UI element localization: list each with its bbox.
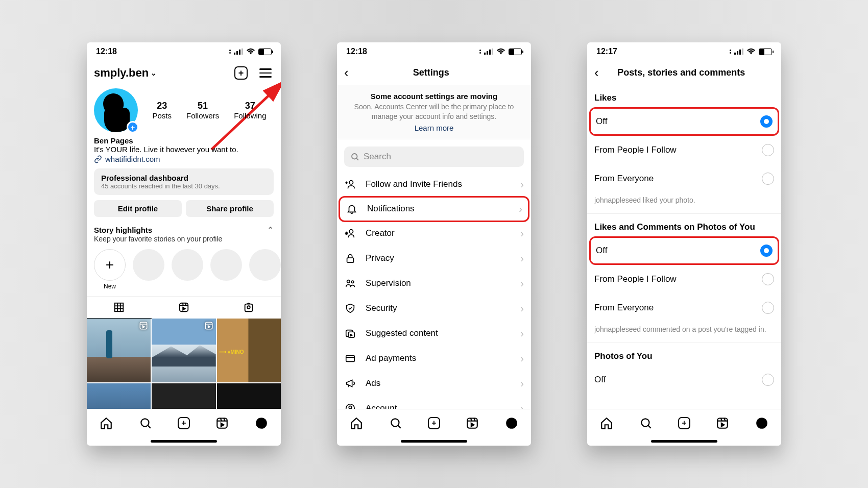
create-button[interactable]: + <box>233 65 249 81</box>
settings-row-account[interactable]: Account› <box>337 396 531 409</box>
username-switcher[interactable]: smply.ben ⌄ <box>94 66 157 80</box>
reels-nav-icon[interactable] <box>215 417 229 430</box>
chevron-right-icon: › <box>520 179 524 190</box>
row-label: Account <box>366 403 397 409</box>
create-icon[interactable]: + <box>178 417 190 429</box>
share-profile-button[interactable]: Share profile <box>186 200 274 217</box>
option-likes-everyone[interactable]: From Everyone <box>587 164 781 193</box>
tab-grid[interactable] <box>87 297 152 319</box>
search-placeholder: Search <box>364 152 391 162</box>
reels-nav-icon[interactable] <box>716 417 729 430</box>
tab-tagged[interactable] <box>216 297 281 319</box>
battery-icon <box>509 48 522 55</box>
learn-more-link[interactable]: Learn more <box>415 124 454 132</box>
svg-point-28 <box>349 230 353 233</box>
option-photos-everyone[interactable]: From Everyone <box>587 294 781 322</box>
grid-cell[interactable] <box>217 383 281 409</box>
grid-cell[interactable] <box>217 319 281 382</box>
grid-cell[interactable] <box>87 383 151 409</box>
collapse-icon[interactable]: ⌃ <box>267 225 274 235</box>
story-highlights-sub: Keep your favorite stories on your profi… <box>87 235 281 247</box>
grid-cell[interactable] <box>87 319 151 382</box>
tab-reels[interactable] <box>152 297 216 319</box>
svg-line-24 <box>356 158 358 160</box>
example-text: johnappleseed liked your photo. <box>587 193 781 214</box>
profile-nav-icon[interactable] <box>255 417 268 430</box>
tagged-icon <box>243 302 254 313</box>
svg-point-44 <box>506 418 517 429</box>
svg-point-31 <box>351 281 354 283</box>
back-button[interactable]: ‹ <box>344 65 349 81</box>
add-story-badge[interactable]: + <box>127 121 139 133</box>
option-likes-off[interactable]: Off <box>589 107 779 136</box>
radio-icon <box>762 302 774 314</box>
settings-row-ad-payments[interactable]: Ad payments› <box>337 346 531 371</box>
dual-sim-icon <box>479 50 481 54</box>
bell-icon <box>346 203 358 214</box>
profile-content: + 23Posts 51Followers 37Following Ben Pa… <box>87 85 281 409</box>
option-label: Off <box>596 116 607 127</box>
stat-posts[interactable]: 23Posts <box>152 101 172 120</box>
creator-icon <box>344 228 356 239</box>
settings-row-security[interactable]: Security› <box>337 296 531 321</box>
search-icon[interactable] <box>139 417 152 430</box>
svg-rect-10 <box>245 304 252 312</box>
status-bar: 12:18 <box>337 42 531 61</box>
home-icon[interactable] <box>350 417 363 430</box>
plus-icon: + <box>94 249 126 281</box>
grid-cell[interactable] <box>152 319 215 382</box>
bio-link-text: whatifididnt.com <box>105 155 160 163</box>
create-icon[interactable]: + <box>428 417 440 429</box>
phone-settings: 12:18 ‹ Settings Some account settings a… <box>337 42 531 446</box>
svg-rect-34 <box>346 356 355 362</box>
settings-row-supervision[interactable]: Supervision› <box>337 271 531 296</box>
chevron-down-icon: ⌄ <box>151 69 157 77</box>
search-icon[interactable] <box>639 417 653 430</box>
settings-row-invite[interactable]: Follow and Invite Friends› <box>337 172 531 197</box>
accounts-center-notice: Some account settings are moving Soon, A… <box>337 85 531 139</box>
search-icon[interactable] <box>389 417 402 430</box>
row-label: Security <box>366 303 397 313</box>
option-label: Off <box>594 375 606 385</box>
home-icon[interactable] <box>100 417 113 430</box>
svg-point-11 <box>247 306 250 309</box>
status-time: 12:18 <box>346 47 367 56</box>
option-likes-follow[interactable]: From People I Follow <box>587 136 781 164</box>
grid-cell[interactable] <box>152 383 215 409</box>
settings-row-privacy[interactable]: Privacy› <box>337 246 531 271</box>
search-field[interactable]: Search <box>344 147 524 167</box>
option-photos-off[interactable]: Off <box>589 236 779 265</box>
avatar[interactable]: + <box>94 88 138 132</box>
stat-followers[interactable]: 51Followers <box>186 101 219 120</box>
radio-icon <box>762 144 774 156</box>
status-icons <box>478 48 522 55</box>
stat-following[interactable]: 37Following <box>234 101 266 120</box>
settings-row-creator[interactable]: Creator› <box>337 221 531 246</box>
edit-profile-button[interactable]: Edit profile <box>94 200 182 217</box>
settings-row-ads[interactable]: Ads› <box>337 371 531 396</box>
menu-button[interactable] <box>257 65 274 81</box>
chevron-right-icon: › <box>520 253 524 264</box>
dashboard-title: Professional dashboard <box>101 174 267 182</box>
settings-row-notifications[interactable]: Notifications› <box>339 196 529 222</box>
chevron-right-icon: › <box>520 328 524 339</box>
row-label: Notifications <box>367 204 415 214</box>
create-icon[interactable]: + <box>678 417 690 429</box>
chevron-right-icon: › <box>520 228 524 239</box>
professional-dashboard[interactable]: Professional dashboard 45 accounts reach… <box>94 168 274 195</box>
bio-link[interactable]: whatifididnt.com <box>87 154 281 168</box>
reels-nav-icon[interactable] <box>466 417 479 430</box>
option-photos-follow[interactable]: From People I Follow <box>587 265 781 294</box>
svg-rect-40 <box>468 418 478 428</box>
stats-row: 23Posts 51Followers 37Following <box>145 101 274 120</box>
svg-rect-47 <box>718 418 728 428</box>
dashboard-subtitle: 45 accounts reached in the last 30 days. <box>101 182 267 190</box>
story-new[interactable]: +New <box>94 249 126 290</box>
home-icon[interactable] <box>600 417 613 430</box>
settings-row-suggested[interactable]: Suggested content› <box>337 321 531 346</box>
reels-icon <box>139 321 148 330</box>
profile-nav-icon[interactable] <box>755 417 768 430</box>
profile-nav-icon[interactable] <box>505 417 518 430</box>
back-button[interactable]: ‹ <box>594 65 599 81</box>
option-photosofyou-off[interactable]: Off <box>587 365 781 394</box>
